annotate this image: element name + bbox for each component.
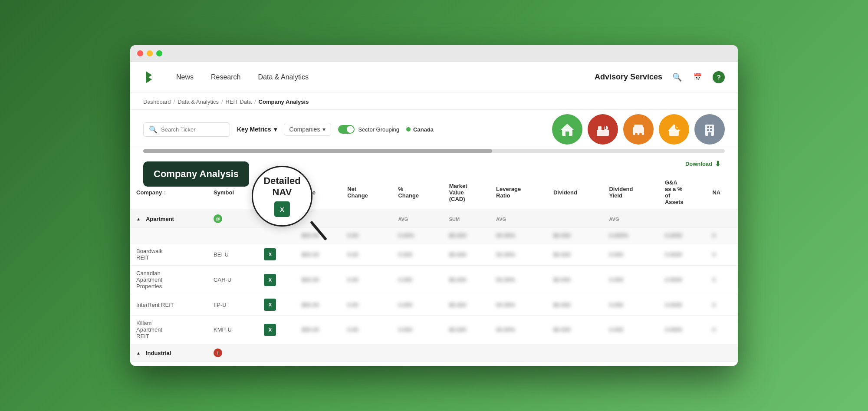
breadcrumb-company-analysis: Company Analysis <box>259 99 309 105</box>
cap-name: CanadianApartmentProperties <box>130 266 207 294</box>
col-leverage[interactable]: LeverageRatio <box>490 175 547 210</box>
scroll-indicator[interactable] <box>143 149 725 153</box>
breadcrumb-dashboard[interactable]: Dashboard <box>143 99 171 105</box>
nav-research[interactable]: Research <box>211 73 240 81</box>
svg-rect-6 <box>598 126 602 131</box>
col-market-value[interactable]: MarketValue(CAD) <box>443 175 490 210</box>
app-container: News Research Data & Analytics Advisory … <box>130 62 738 366</box>
key-metrics-button[interactable]: Key Metrics ▾ <box>237 126 277 133</box>
industrial-group-row: ▲ Industrial i <box>130 344 738 362</box>
apt-agg-divyield: 0.000% <box>603 228 659 243</box>
download-label: Download <box>685 161 712 167</box>
nav-news[interactable]: News <box>176 73 194 81</box>
svg-point-10 <box>635 133 638 135</box>
col-na[interactable]: NA <box>706 175 738 210</box>
svg-rect-19 <box>707 129 709 131</box>
svg-rect-12 <box>669 130 679 136</box>
boardwalk-excel[interactable]: X <box>258 243 296 266</box>
apartment-pctchange-avg: AVG <box>392 210 443 228</box>
sep3: / <box>254 99 256 105</box>
sector-icons: + <box>552 114 725 145</box>
industrial-sector-icon[interactable] <box>588 114 618 145</box>
canada-badge: Canada <box>406 126 434 133</box>
retail-sector-icon[interactable] <box>623 114 654 145</box>
boardwalk-symbol: BEI-U <box>207 243 258 266</box>
killam-na: 0 <box>706 316 738 344</box>
boardwalk-price: $00.00 <box>296 243 341 266</box>
breadcrumb-data-analytics[interactable]: Data & Analytics <box>178 99 219 105</box>
search-icon[interactable]: 🔍 <box>671 71 683 83</box>
killam-leverage: 00.00% <box>490 316 547 344</box>
sep2: / <box>221 99 223 105</box>
apt-agg-dividend: $0.000 <box>547 228 603 243</box>
help-icon[interactable]: ? <box>713 71 725 83</box>
breadcrumb: Dashboard / Data & Analytics / REIT Data… <box>143 99 725 105</box>
search-box[interactable]: 🔍 <box>143 122 230 137</box>
industrial-label: ▲ Industrial <box>130 344 207 362</box>
cap-excel[interactable]: X <box>258 266 296 294</box>
companies-chevron-icon: ▾ <box>322 126 326 133</box>
industrial-chevron-icon[interactable]: ▲ <box>136 351 141 355</box>
interrent-na: 0 <box>706 294 738 316</box>
cap-na: 0 <box>706 266 738 294</box>
apartment-divyield-avg: AVG <box>603 210 659 228</box>
search-input[interactable] <box>161 126 224 133</box>
key-metrics-chevron-icon: ▾ <box>274 126 277 133</box>
interrent-price: $00.00 <box>296 294 341 316</box>
close-button[interactable] <box>137 50 143 56</box>
apt-agg-na: 0 <box>706 228 738 243</box>
killam-gna: 0.0000 <box>659 316 706 344</box>
col-pct-change[interactable]: %Change <box>392 175 443 210</box>
apartment-chevron-icon[interactable]: ▲ <box>136 217 141 221</box>
cap-mktval: $0,000 <box>443 266 490 294</box>
apt-agg-mktval: $0,000 <box>443 228 490 243</box>
boardwalk-gna: 0.0000 <box>659 243 706 266</box>
apt-agg-gna: 0.0000 <box>659 228 706 243</box>
nav-links: News Research Data & Analytics <box>176 73 595 81</box>
svg-rect-21 <box>708 132 711 136</box>
breadcrumb-reit-data[interactable]: REIT Data <box>226 99 252 105</box>
apartment-na-cell <box>706 210 738 228</box>
svg-rect-20 <box>710 129 712 131</box>
magnifier-text: DetailedNAV <box>263 175 301 198</box>
killam-name: KillamApartmentREIT <box>130 316 207 344</box>
cap-gna: 0.0000 <box>659 266 706 294</box>
logo[interactable] <box>143 69 159 85</box>
col-net-change[interactable]: NetChange <box>341 175 392 210</box>
apt-agg-netchange: 0.00 <box>341 228 392 243</box>
col-gna[interactable]: G&Aas a %ofAssets <box>659 175 706 210</box>
interrent-divyield: 0.000 <box>603 294 659 316</box>
interrent-gna: 0.0000 <box>659 294 706 316</box>
download-button[interactable]: Download ⬇ <box>685 160 720 168</box>
apartment-netchange-avg <box>341 210 392 228</box>
killam-excel[interactable]: X <box>258 316 296 344</box>
table-wrapper: Company ↑ Symbol Price NetChange %Change… <box>130 175 738 362</box>
residential-sector-icon[interactable]: + <box>659 114 689 145</box>
svg-text:+: + <box>676 125 678 130</box>
table-row-killam: KillamApartmentREIT KMP-U X $00.00 0.00 … <box>130 316 738 344</box>
minimize-button[interactable] <box>147 50 153 56</box>
canada-label: Canada <box>413 126 434 133</box>
office-sector-icon[interactable] <box>694 114 725 145</box>
col-div-yield[interactable]: DividendYield <box>603 175 659 210</box>
apt-agg-pctchange: 0.00% <box>392 228 443 243</box>
killam-symbol: KMP-U <box>207 316 258 344</box>
apartment-sector-icon[interactable] <box>552 114 582 145</box>
boardwalk-divyield: 0.000 <box>603 243 659 266</box>
mac-titlebar <box>130 45 738 62</box>
magnifier-overlay: DetailedNAV X <box>252 166 312 227</box>
interrent-dividend: $0.000 <box>547 294 603 316</box>
interrent-excel[interactable]: X <box>258 294 296 316</box>
toggle-switch[interactable] <box>338 125 355 134</box>
apartment-leverage-avg: AVG <box>490 210 547 228</box>
maximize-button[interactable] <box>156 50 162 56</box>
nav-data-analytics[interactable]: Data & Analytics <box>258 73 309 81</box>
sector-grouping-label: Sector Grouping <box>358 126 399 133</box>
calendar-icon[interactable]: 📅 <box>692 71 704 83</box>
col-dividend[interactable]: Dividend <box>547 175 603 210</box>
canada-dot <box>406 127 411 132</box>
boardwalk-mktval: $0,000 <box>443 243 490 266</box>
companies-select[interactable]: Companies ▾ <box>284 123 332 136</box>
killam-mktval: $0,000 <box>443 316 490 344</box>
advisory-services-link[interactable]: Advisory Services <box>595 72 662 82</box>
